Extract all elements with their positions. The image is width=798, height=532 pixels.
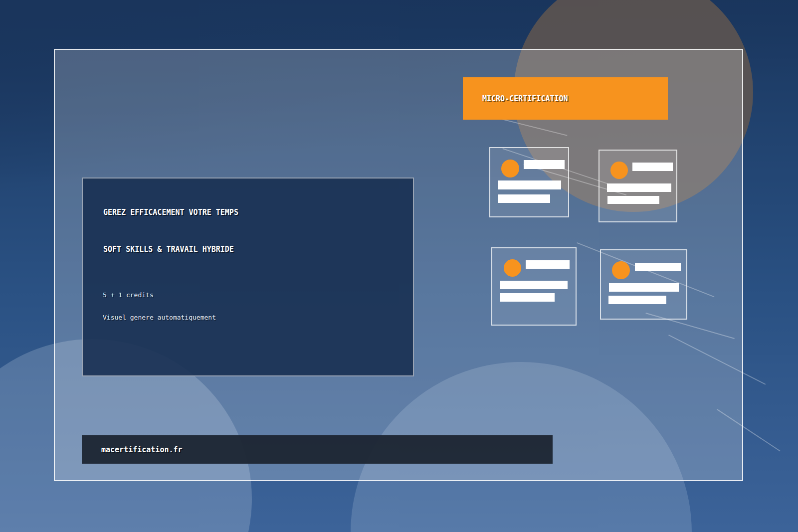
- module-card: [489, 147, 569, 217]
- footer-url: macertification.fr: [101, 445, 183, 454]
- certification-badge-label: MICRO-CERTIFICATION: [482, 94, 568, 103]
- certification-badge-banner: MICRO-CERTIFICATION: [463, 77, 668, 120]
- module-card: [598, 150, 677, 222]
- module-card: [600, 249, 687, 320]
- placeholder-line: [526, 260, 570, 269]
- placeholder-line: [632, 163, 673, 171]
- hero-credits: 5 + 1 credits: [103, 292, 154, 298]
- placeholder-line: [498, 180, 561, 189]
- hero-subtitle: SOFT SKILLS & TRAVAIL HYBRIDE: [103, 246, 234, 253]
- orange-dot-icon: [504, 259, 521, 277]
- hero-title: GEREZ EFFICACEMENT VOTRE TEMPS: [103, 209, 238, 216]
- placeholder-line: [607, 183, 671, 192]
- hero-panel: [82, 177, 414, 376]
- orange-dot-icon: [612, 261, 630, 279]
- placeholder-line: [524, 160, 565, 169]
- orange-dot-icon: [610, 162, 628, 179]
- placeholder-line: [500, 281, 568, 289]
- placeholder-line: [607, 196, 659, 204]
- footer-url-bar: macertification.fr: [82, 435, 553, 464]
- placeholder-line: [498, 194, 550, 203]
- hero-caption: Visuel genere automatiquement: [103, 314, 216, 321]
- placeholder-line: [635, 263, 681, 271]
- module-card: [491, 247, 577, 326]
- placeholder-line: [609, 283, 679, 292]
- generated-certification-visual: MICRO-CERTIFICATION GEREZ EFFICACEMENT V…: [0, 0, 798, 532]
- orange-dot-icon: [501, 160, 519, 177]
- placeholder-line: [500, 293, 555, 302]
- placeholder-line: [608, 296, 666, 304]
